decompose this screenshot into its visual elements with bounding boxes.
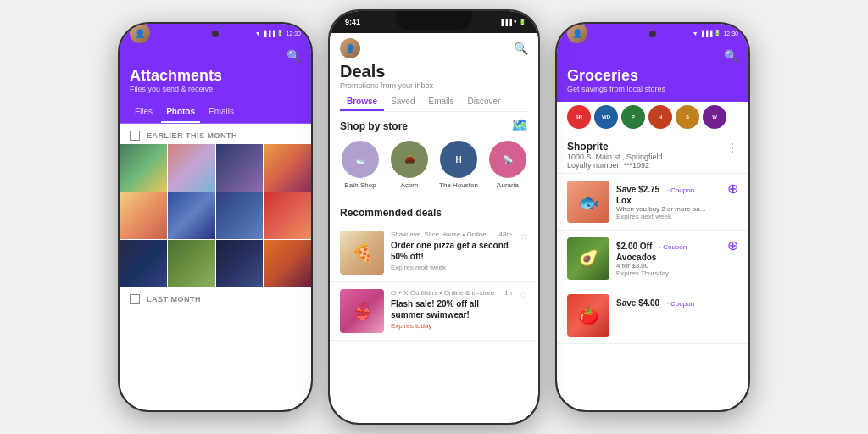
tab-saved[interactable]: Saved xyxy=(384,93,421,111)
photo-6[interactable] xyxy=(168,192,215,240)
photo-4[interactable] xyxy=(264,144,311,192)
deal-meta-swim: O + X Outfitters • Online & in-store 1h xyxy=(391,289,512,297)
phones-container: 👤 ▼ ▐▐▐ 🔋 12:30 🔍 Attachments Files you … xyxy=(0,0,868,434)
logo-publix[interactable]: P xyxy=(621,105,645,129)
coupon-amount-text-lox: Save $2.75 xyxy=(616,185,659,194)
more-options-icon[interactable]: ⋮ xyxy=(726,141,738,154)
search-icon-center[interactable]: 🔍 xyxy=(514,42,528,55)
avatar-right: 👤 xyxy=(567,24,587,43)
logo-winndixie[interactable]: WD xyxy=(594,105,618,129)
store-item-jack[interactable]: J Jack xyxy=(537,141,538,189)
coupon-add-avocado[interactable]: ⊕ xyxy=(727,237,738,253)
store-item-acorn[interactable]: 🌰 Acorn xyxy=(389,141,430,189)
avatar-left: 👤 xyxy=(130,24,150,43)
right-header-top: 🔍 xyxy=(567,49,738,63)
deal-time-pizza: 48m xyxy=(498,231,512,238)
deal-info-swim: O + X Outfitters • Online & in-store 1h … xyxy=(391,289,512,333)
phone-left: 👤 ▼ ▐▐▐ 🔋 12:30 🔍 Attachments Files you … xyxy=(118,22,313,412)
camera-dot-right xyxy=(649,31,656,37)
store-item-auraria[interactable]: 📡 Auraria xyxy=(487,141,528,189)
phone-center: 9:41 ▐▐▐ ▾ 🔋 👤 🔍 Deals Promotions from y… xyxy=(328,9,540,425)
center-tabs: Browse Saved Emails Discover xyxy=(340,93,528,112)
logo-harveys[interactable]: H xyxy=(648,105,672,129)
photo-5[interactable] xyxy=(120,192,167,240)
status-icons-center: ▐▐▐ ▾ 🔋 xyxy=(499,19,526,25)
tab-browse[interactable]: Browse xyxy=(340,93,384,111)
time-center: 9:41 xyxy=(342,18,360,26)
phone-right: 👤 ▼ ▐▐▐ 🔋 12:30 🔍 Groceries Get savings … xyxy=(555,22,750,412)
photo-11[interactable] xyxy=(216,240,264,287)
center-header: 👤 🔍 Deals Promotions from your inbox Bro… xyxy=(330,33,538,112)
tab-photos[interactable]: Photos xyxy=(161,102,200,123)
center-app-subtitle: Promotions from your inbox xyxy=(340,81,528,90)
store-item-bath[interactable]: 🛁 Bath Shop xyxy=(340,141,381,189)
store-name-auraria: Auraria xyxy=(497,181,519,189)
photo-9[interactable] xyxy=(120,240,167,287)
coupon-name-avocado: Avocados xyxy=(616,253,721,262)
store-icon-auraria: 📡 xyxy=(489,141,526,178)
coupon-add-lox[interactable]: ⊕ xyxy=(727,181,738,197)
left-app-subtitle: Files you send & receive xyxy=(130,85,301,93)
logo-shoprite[interactable]: SR xyxy=(567,105,591,129)
coupon-thumb-lox: 🐟 xyxy=(567,181,609,223)
store-address: 1000 S. Main st., Springfield xyxy=(567,153,738,161)
deal-item-pizza[interactable]: 🍕 Shaw ave. Slice House • Online 48m Ord… xyxy=(330,224,538,282)
store-icon-houston: H xyxy=(440,141,477,178)
photo-12[interactable] xyxy=(264,240,311,287)
deal-meta-pizza: Shaw ave. Slice House • Online 48m xyxy=(391,231,512,238)
photo-7[interactable] xyxy=(216,192,264,240)
deal-title-pizza: Order one pizza get a second 50% off! xyxy=(391,240,512,262)
search-icon-left[interactable]: 🔍 xyxy=(287,49,301,63)
deal-channel-swim-val: Online & in-store xyxy=(444,289,495,297)
store-scroll: 🛁 Bath Shop 🌰 Acorn H The Houston 📡 Aura… xyxy=(330,137,538,198)
photo-3[interactable] xyxy=(216,144,264,192)
deal-item-swim[interactable]: 👙 O + X Outfitters • Online & in-store 1… xyxy=(330,282,538,341)
coupon-desc-avocado: 4 for $3.00 xyxy=(616,262,721,270)
avatar-center: 👤 xyxy=(340,38,360,58)
notch xyxy=(396,11,472,30)
coupon-amount-lox: Save $2.75 · Coupon xyxy=(616,181,721,196)
coupon-item-3[interactable]: 🍅 Save $4.00 · Coupon xyxy=(557,287,748,344)
photo-1[interactable] xyxy=(120,144,167,192)
tab-emails-center[interactable]: Emails xyxy=(421,93,460,111)
deal-star-pizza[interactable]: ☆ xyxy=(519,231,528,275)
battery-icon-right: 🔋 xyxy=(714,30,721,36)
store-item-houston[interactable]: H The Houston xyxy=(438,141,479,189)
last-month-checkbox[interactable] xyxy=(130,294,140,304)
store-name-acorn: Acorn xyxy=(401,181,419,189)
store-logos-section: SR WD P H S W xyxy=(557,102,748,136)
coupon-item-lox[interactable]: 🐟 Save $2.75 · Coupon Lox When you buy 2… xyxy=(557,174,748,231)
section-deals-title: Recommended deals xyxy=(330,198,538,224)
time-right: 12:30 xyxy=(723,31,738,36)
logo-seasons[interactable]: S xyxy=(676,105,699,129)
deal-star-swim[interactable]: ☆ xyxy=(519,289,528,333)
coupon-badge-3: · Coupon xyxy=(667,300,694,308)
coupon-item-avocado[interactable]: 🥑 $2.00 Off · Coupon Avocados 4 for $3.0… xyxy=(557,231,748,287)
store-logos-row: SR WD P H S W xyxy=(557,102,748,136)
battery-icon-center: 🔋 xyxy=(519,19,526,25)
photo-10[interactable] xyxy=(168,240,215,287)
left-header-top: 🔍 xyxy=(130,49,301,63)
logo-winco[interactable]: W xyxy=(703,105,726,129)
photo-2[interactable] xyxy=(168,144,215,192)
photo-grid xyxy=(120,144,311,287)
left-app-header: 🔍 Attachments Files you send & receive xyxy=(120,42,311,102)
wifi-icon-right: ▼ xyxy=(693,31,698,36)
coupon-amount-3: Save $4.00 · Coupon xyxy=(616,294,738,309)
photo-8[interactable] xyxy=(264,192,311,240)
deal-expires-pizza: Expires next week xyxy=(391,264,512,271)
search-icon-right[interactable]: 🔍 xyxy=(724,49,738,63)
coupon-info-avocado: $2.00 Off · Coupon Avocados 4 for $3.00 … xyxy=(616,237,721,277)
tab-emails-left[interactable]: Emails xyxy=(203,102,239,123)
coupon-thumb-avocado: 🥑 xyxy=(567,237,609,280)
signal-icon: ▐▐▐ xyxy=(263,31,275,36)
map-icon[interactable]: 🗺️ xyxy=(511,117,538,133)
earlier-label: EARLIER THIS MONTH xyxy=(147,131,237,140)
wifi-icon: ▼ xyxy=(255,31,261,36)
tab-files[interactable]: Files xyxy=(130,102,158,123)
center-app-title: Deals xyxy=(340,62,528,81)
earlier-checkbox[interactable] xyxy=(130,131,140,141)
deal-store-pizza: Shaw ave. Slice House xyxy=(391,231,460,238)
last-month-label: LAST MONTH xyxy=(147,295,201,303)
tab-discover[interactable]: Discover xyxy=(461,93,508,111)
